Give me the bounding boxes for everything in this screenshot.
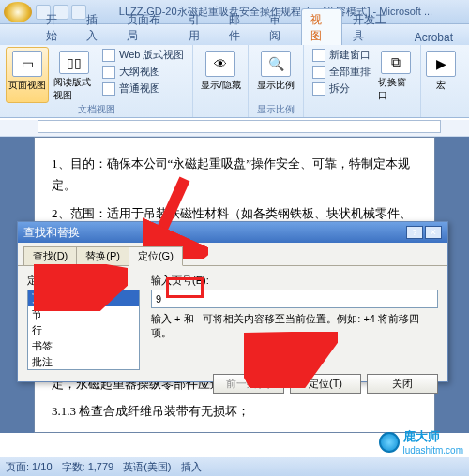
showhide-button[interactable]: 👁 显示/隐藏 <box>199 47 242 103</box>
goto-target-listbox[interactable]: 页 节 行 书签 批注 脚注 <box>27 290 140 370</box>
tab-developer[interactable]: 开发工具 <box>344 9 404 45</box>
goto-target-label: 定位目标(O): <box>27 274 140 288</box>
status-words[interactable]: 字数: 1,779 <box>62 460 114 474</box>
tab-insert[interactable]: 插入 <box>78 9 116 45</box>
dialog-help-icon[interactable]: ? <box>406 226 423 239</box>
draft-view-label: 普通视图 <box>119 82 160 96</box>
ribbon-tabs: 开始 插入 页面布局 引用 邮件 审阅 视图 开发工具 Acrobat <box>0 24 469 45</box>
ribbon-group-macros: ▶ 宏 <box>421 45 461 117</box>
list-item[interactable]: 行 <box>28 322 139 338</box>
status-page[interactable]: 页面: 1/10 <box>6 460 53 474</box>
outline-view-label: 大纲视图 <box>119 65 160 79</box>
dialog-close-icon[interactable]: ✕ <box>425 226 442 239</box>
list-item[interactable]: 批注 <box>28 354 139 370</box>
zoom-icon: 🔍 <box>261 51 291 77</box>
reading-layout-label: 阅读版式视图 <box>53 76 95 102</box>
zoom-label: 显示比例 <box>257 79 295 92</box>
outline-view-icon <box>102 66 115 79</box>
ribbon-group-showhide: 👁 显示/隐藏 <box>193 45 249 117</box>
new-window-button[interactable]: 新建窗口 <box>310 47 373 63</box>
dialog-title: 查找和替换 <box>23 225 80 241</box>
macros-label: 宏 <box>436 79 446 92</box>
macros-icon: ▶ <box>426 51 456 77</box>
macros-button[interactable]: ▶ 宏 <box>427 47 455 103</box>
page-number-input[interactable]: 9 <box>151 290 438 308</box>
split-label: 拆分 <box>329 82 350 96</box>
list-item[interactable]: 书签 <box>28 338 139 354</box>
doc-text: 3.1.3 检查合成纤维吊装带有无损坏； <box>52 400 417 422</box>
ribbon-group-views: ▭ 页面视图 ▯▯ 阅读版式视图 Web 版式视图 大纲视图 普通视图 文档视图 <box>0 45 193 117</box>
split-icon <box>312 82 325 96</box>
ruler[interactable] <box>0 120 469 137</box>
ribbon-group-zoom: 🔍 显示比例 显示比例 <box>249 45 304 117</box>
draft-view-button[interactable]: 普通视图 <box>99 81 187 97</box>
zoom-group-label: 显示比例 <box>254 103 297 117</box>
switch-windows-button[interactable]: ⧉ 切换窗口 <box>377 47 415 103</box>
split-button[interactable]: 拆分 <box>310 81 373 97</box>
tab-references[interactable]: 引用 <box>180 9 219 45</box>
reading-layout-icon: ▯▯ <box>59 51 89 74</box>
find-replace-dialog: 查找和替换 ? ✕ 查找(D) 替换(P) 定位(G) 定位目标(O): 页 节… <box>17 221 448 382</box>
office-button[interactable] <box>4 2 32 22</box>
outline-view-button[interactable]: 大纲视图 <box>99 64 187 80</box>
tab-replace[interactable]: 替换(P) <box>76 246 129 265</box>
status-bar: 页面: 1/10 字数: 1,779 英语(美国) 插入 <box>0 457 469 476</box>
showhide-icon: 👁 <box>205 51 235 77</box>
close-button[interactable]: 关闭 <box>367 374 438 394</box>
status-lang[interactable]: 英语(美国) <box>123 460 171 474</box>
doc-text: 1、目的：确保本公司“永磁起重吸盘”操作安全、可靠，特制定本规定。 <box>52 153 417 197</box>
tab-find[interactable]: 查找(D) <box>23 246 77 265</box>
dialog-tabs: 查找(D) 替换(P) 定位(G) <box>18 243 447 266</box>
watermark-url: ludashitm.com <box>403 445 463 455</box>
web-layout-label: Web 版式视图 <box>119 48 184 62</box>
arrange-all-button[interactable]: 全部重排 <box>310 64 373 80</box>
dialog-titlebar[interactable]: 查找和替换 ? ✕ <box>18 222 447 243</box>
zoom-button[interactable]: 🔍 显示比例 <box>254 47 297 103</box>
ribbon: ▭ 页面视图 ▯▯ 阅读版式视图 Web 版式视图 大纲视图 普通视图 文档视图… <box>0 45 469 118</box>
web-layout-button[interactable]: Web 版式视图 <box>99 47 187 63</box>
tab-goto[interactable]: 定位(G) <box>129 246 183 266</box>
draft-view-icon <box>102 82 115 96</box>
showhide-label: 显示/隐藏 <box>201 79 241 92</box>
switch-windows-icon: ⧉ <box>381 51 411 74</box>
goto-hint: 输入 + 和 - 可将相关内容移至当前位置。例如: +4 将前移四项。 <box>151 312 438 340</box>
status-mode[interactable]: 插入 <box>181 460 202 474</box>
ribbon-group-window: 新建窗口 全部重排 拆分 ⧉ 切换窗口 <box>304 45 421 117</box>
reading-layout-button[interactable]: ▯▯ 阅读版式视图 <box>53 47 96 103</box>
page-number-value: 9 <box>156 293 161 305</box>
tab-home[interactable]: 开始 <box>38 9 76 45</box>
watermark-logo-icon <box>379 432 400 453</box>
print-layout-button[interactable]: ▭ 页面视图 <box>6 47 49 103</box>
page-number-label: 输入页号(E): <box>151 274 438 288</box>
list-item[interactable]: 页 <box>28 290 139 306</box>
print-layout-label: 页面视图 <box>8 79 46 92</box>
new-window-label: 新建窗口 <box>329 48 371 62</box>
tab-pagelayout[interactable]: 页面布局 <box>118 9 178 45</box>
arrange-all-icon <box>312 66 325 79</box>
switch-windows-label: 切换窗口 <box>378 76 414 102</box>
tab-mailings[interactable]: 邮件 <box>220 9 259 45</box>
goto-button[interactable]: 定位(T) <box>290 374 361 394</box>
print-layout-icon: ▭ <box>12 51 42 77</box>
arrange-all-label: 全部重排 <box>329 65 371 79</box>
web-layout-icon <box>102 49 115 62</box>
new-window-icon <box>312 49 325 62</box>
tab-review[interactable]: 审阅 <box>261 9 299 45</box>
previous-button: 前一处(S) <box>213 374 284 394</box>
tab-acrobat[interactable]: Acrobat <box>406 28 461 45</box>
views-group-label: 文档视图 <box>6 103 187 117</box>
list-item[interactable]: 节 <box>28 306 139 322</box>
tab-view[interactable]: 视图 <box>301 8 341 45</box>
